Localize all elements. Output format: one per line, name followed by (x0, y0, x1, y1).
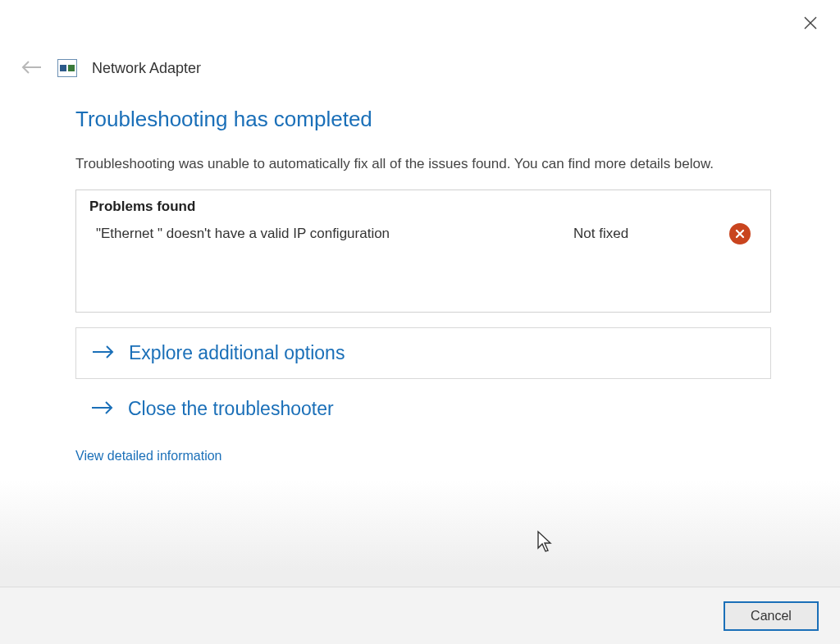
problems-box: Problems found "Ethernet " doesn't have … (75, 190, 771, 313)
header: Network Adapter (20, 57, 201, 79)
app-title: Network Adapter (92, 60, 201, 77)
problems-label: Problems found (89, 199, 757, 215)
view-detailed-link[interactable]: View detailed information (75, 449, 221, 464)
close-troubleshooter-label: Close the troubleshooter (128, 398, 334, 420)
cancel-label: Cancel (751, 609, 792, 623)
cursor-icon (536, 530, 556, 558)
error-icon (729, 223, 751, 244)
close-troubleshooter-button[interactable]: Close the troubleshooter (90, 397, 771, 421)
gradient-band (0, 480, 840, 587)
network-adapter-icon (57, 59, 77, 77)
page-heading: Troubleshooting has completed (75, 107, 771, 132)
explore-options-label: Explore additional options (129, 342, 345, 364)
window-close-button[interactable] (799, 11, 822, 34)
problem-description: "Ethernet " doesn't have a valid IP conf… (89, 226, 573, 242)
problem-status: Not fixed (573, 226, 729, 242)
footer: Cancel (0, 587, 840, 644)
content-area: Troubleshooting has completed Troublesho… (75, 107, 771, 464)
arrow-right-icon (90, 397, 115, 421)
explore-options-button[interactable]: Explore additional options (75, 327, 771, 379)
arrow-right-icon (91, 341, 116, 365)
cancel-button[interactable]: Cancel (724, 601, 819, 631)
back-arrow-icon[interactable] (20, 57, 43, 79)
subtext: Troubleshooting was unable to automatica… (75, 153, 771, 175)
problem-row: "Ethernet " doesn't have a valid IP conf… (89, 223, 757, 244)
